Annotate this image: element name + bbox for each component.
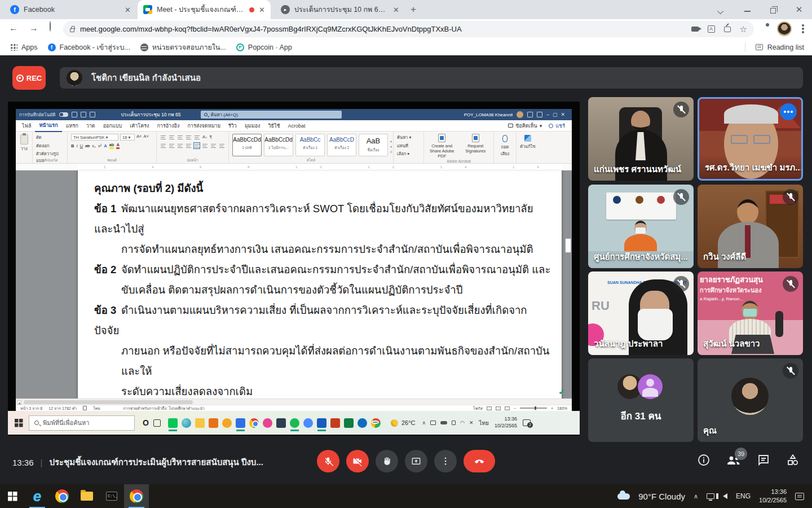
chrome-icon[interactable] [249,418,259,428]
start-button[interactable] [0,484,25,508]
picsart-icon[interactable] [263,418,272,428]
window-minimize-button[interactable] [734,7,760,12]
tab-close-icon[interactable]: ✕ [259,6,265,14]
share-icon[interactable] [724,27,731,32]
highlight-button[interactable]: ab [109,142,114,149]
notification-center-icon[interactable]: 2 [523,419,531,426]
browser-profile-avatar[interactable] [777,21,792,36]
document-canvas[interactable]: คุณภาพ (รอบที่ 2) มีดังนี้ ข้อ 1พัฒนาแผน… [16,170,572,398]
taskbar-clock[interactable]: 13:36 10/2/2565 [759,488,787,505]
font-name-select[interactable]: TH SarabunPSK ▾ [71,134,118,141]
horizontal-scrollbar[interactable]: ◀ [16,398,572,405]
tab-draw[interactable]: วาด [82,120,99,132]
volume-muted-icon[interactable]: ✕ [469,420,474,426]
window-restore-button[interactable] [760,6,786,14]
taskbar-language[interactable]: ไทย [479,419,488,427]
taskbar-weather[interactable]: 90°F Cloudy [638,492,685,501]
document-title[interactable]: ประเด็นการประชุม 10 กพ 65 [121,111,181,119]
bold-button[interactable]: B [71,143,74,148]
word-window-controls[interactable]: –▢✕ [546,112,568,117]
translate-icon[interactable]: A [708,25,715,33]
more-participants-tile[interactable]: อีก 31 คน [588,358,694,442]
participants-button[interactable]: 39 [726,453,741,467]
thai-justify-icon[interactable] [194,143,200,148]
network-icon[interactable] [707,493,714,499]
pen-icon[interactable] [527,112,533,117]
meeting-details-icon[interactable] [697,453,710,467]
align-left-icon[interactable] [160,143,166,148]
focus-button[interactable]: โฟกัส [473,405,483,411]
new-document-icon[interactable] [90,112,95,117]
zoom-out-button[interactable]: − [514,406,516,410]
shading-icon[interactable] [210,143,217,148]
strikethrough-button[interactable]: ab [85,143,90,148]
file-explorer-icon[interactable] [74,484,99,508]
copy-button[interactable]: คัดลอก [36,142,64,149]
weather-cloud-icon[interactable] [617,493,630,500]
participant-tile[interactable]: ศูนย์การศึกษาจังหวัดสมุ... [588,185,694,268]
create-share-pdf-button[interactable]: Create and Share Adobe PDF [427,134,457,158]
zoom-in-button[interactable]: + [551,406,553,410]
mail-icon[interactable] [236,418,245,428]
read-mode-icon[interactable] [487,406,492,410]
file-explorer-icon[interactable] [195,418,205,428]
comments-button[interactable]: ข้อคิดเห็น▾ [508,122,542,130]
accessibility-status[interactable]: การช่วยสำหรับการเข้าถึง: โปรดศึกษาคำแนะน… [123,405,205,411]
reading-list-button[interactable]: Reading list [745,39,804,55]
participant-tile[interactable]: SUAN SUNANDHA RAJABHAT UNIVERSIT RU วนัส… [588,271,694,355]
participant-tile[interactable]: กวิน วงศ์ลีดี [698,185,803,268]
font-color-button[interactable]: A [116,142,119,149]
word-icon[interactable] [317,418,326,428]
taskbar-search-box[interactable]: พิมพ์ที่นี่เพื่อค้นหา [29,415,135,431]
volume-icon[interactable] [723,493,727,499]
window-close-button[interactable]: ✕ [786,5,812,15]
browser-menu-icon[interactable] [802,28,804,30]
editor-button[interactable]: ตัวแก้ไข [517,132,539,163]
word-account[interactable]: POY_LOMA98 Kheannil –▢✕ [464,111,568,118]
dropbox-icon[interactable] [276,418,286,428]
select-button[interactable]: เลือก ▾ [397,150,420,157]
dictate-button[interactable]: ถอดเสียง [494,132,517,163]
bookmark-apps[interactable]: Apps [10,43,38,51]
window-profile-chevron-icon[interactable] [708,5,734,14]
tab-pdf[interactable]: ▸ ประเด็นการประชุม 10 กพ 65.pdf ✕ [275,0,405,19]
share-button[interactable]: แชร์ [549,122,565,130]
chrome-icon[interactable] [50,484,74,508]
chat-button[interactable] [757,453,770,467]
superscript-button[interactable]: x² [98,143,102,148]
photos-icon[interactable] [222,418,232,428]
style-heading2[interactable]: AaBbCcDหัวเรื่อง 2 [327,134,356,156]
language-indicator[interactable]: ไทย [93,405,100,411]
align-center-icon[interactable] [169,143,175,148]
underline-button[interactable]: U [80,143,83,148]
camera-off-button[interactable] [346,450,369,472]
participant-tile[interactable]: แก่นเพชร ศรานนทวัฒน์ [588,97,694,181]
cut-button[interactable]: ตัด [36,134,64,141]
powerpoint-icon[interactable] [330,418,340,428]
tab-meet[interactable]: Meet - ประชุมชี้แจงเกณฑ์การปร ✕ [138,0,271,19]
self-view-tile[interactable]: คุณ [698,358,803,442]
replace-button[interactable]: แทนที่ [397,142,420,149]
style-normal[interactable]: AaBbCcDd1 ปกติ [232,134,262,156]
save-icon[interactable] [72,112,77,117]
request-signatures-button[interactable]: Request Signatures [461,134,491,158]
task-view-icon[interactable] [153,419,161,427]
word-search-box[interactable]: ค้นหา (Alt+Q) [201,111,342,119]
bookmark-popcoin[interactable]: P Popcoin · App [236,43,292,51]
subscript-button[interactable]: x₂ [92,143,96,148]
shrink-font-button[interactable]: A˅ [143,134,148,141]
tab-facebook[interactable]: f Facebook ✕ [5,0,136,19]
decrease-indent-icon[interactable] [186,134,192,140]
print-layout-icon[interactable] [496,406,501,410]
tab-layout[interactable]: เค้าโครง [126,120,153,132]
style-no-spacing[interactable]: AaBbCcDd1 ไม่มีการเ... [264,134,293,156]
spotify-icon[interactable] [290,418,299,428]
zoom-icon[interactable] [303,418,313,428]
command-prompt-icon[interactable]: C:\_ [99,484,124,508]
reload-button[interactable] [50,21,51,32]
notification-center-icon[interactable] [795,493,804,500]
raise-hand-button[interactable] [376,450,398,472]
tray-chevron-icon[interactable]: ∧ [422,420,426,426]
zoom-slider[interactable] [520,408,547,409]
justify-icon[interactable] [186,143,192,148]
